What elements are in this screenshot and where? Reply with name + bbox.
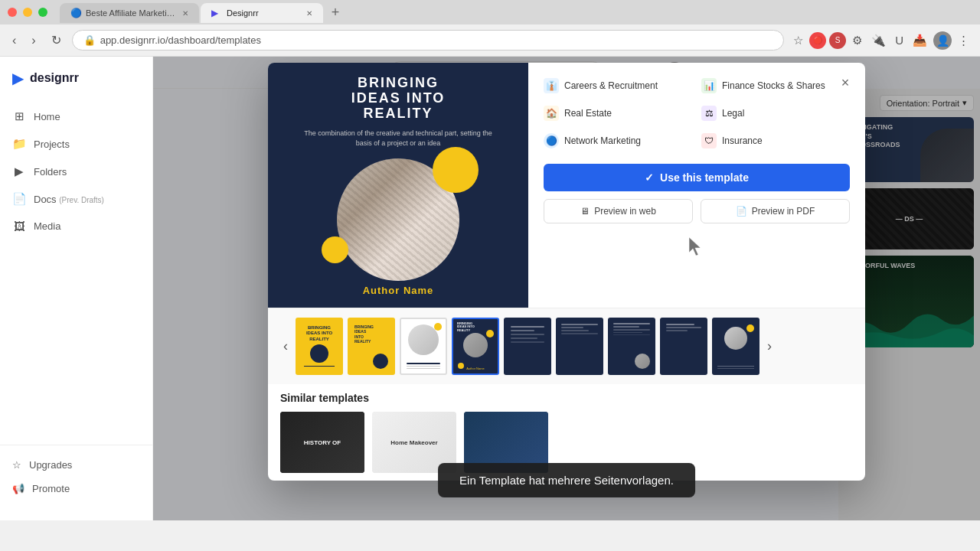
cursor-svg	[685, 236, 708, 259]
category-careers[interactable]: 👔 Careers & Recruitment	[544, 75, 692, 96]
category-network-marketing[interactable]: 🔵 Network Marketing	[544, 130, 692, 152]
template-preview-inner: BRINGINGIDEAS INTOREALITY The combinatio…	[287, 67, 509, 304]
sidebar-item-projects-label: Projects	[34, 139, 70, 150]
template-author-name: Author Name	[363, 285, 434, 304]
tab-2-label: Designrr	[227, 8, 259, 18]
tab-1-close[interactable]: ✕	[182, 9, 188, 18]
upgrades-icon: ☆	[12, 459, 21, 471]
preview-web-label: Preview in web	[594, 206, 656, 217]
sidebar-item-home-label: Home	[34, 111, 60, 122]
category-finance[interactable]: 📊 Finance Stocks & Shares	[701, 75, 850, 96]
thumbnail-3[interactable]	[400, 318, 447, 375]
preview-pdf-label: Preview in PDF	[752, 206, 815, 217]
home-icon: ⊞	[12, 109, 26, 123]
browser-window-controls	[8, 8, 47, 17]
sidebar-item-upgrades-label: Upgrades	[29, 459, 72, 471]
template-main-title: BRINGINGIDEAS INTOREALITY	[336, 67, 461, 121]
category-insurance[interactable]: 🛡 Insurance	[701, 130, 850, 152]
yellow-circle-top-right	[433, 147, 479, 193]
browser-forward-btn[interactable]: ›	[27, 31, 40, 51]
browser-refresh-btn[interactable]: ↻	[47, 30, 66, 51]
sidebar-item-docs[interactable]: 📄 Docs (Prev. Drafts)	[0, 185, 152, 213]
template-modal: × BRINGINGIDEAS INTOREALITY The combinat…	[268, 63, 865, 481]
legal-label: Legal	[722, 108, 744, 119]
thumbnail-1[interactable]: BRINGINGIDEAS INTOREALITY	[296, 318, 343, 375]
extension-btn-3[interactable]: U	[892, 31, 906, 50]
extension-btn-4[interactable]: 📥	[910, 31, 930, 51]
browser-close-btn[interactable]	[8, 8, 17, 17]
thumbnails-container: ‹ BRINGINGIDEAS INTOREALITY	[280, 318, 853, 375]
insurance-icon: 🛡	[701, 133, 717, 148]
category-legal[interactable]: ⚖ Legal	[701, 103, 850, 124]
browser-back-btn[interactable]: ‹	[8, 31, 21, 51]
real-estate-label: Real Estate	[564, 108, 612, 119]
network-marketing-label: Network Marketing	[564, 135, 641, 146]
svg-marker-0	[689, 237, 701, 256]
legal-icon: ⚖	[701, 106, 717, 121]
careers-icon: 👔	[544, 78, 559, 93]
profile-circle-1[interactable]: 🔴	[809, 32, 826, 49]
thumbnail-8[interactable]	[660, 318, 707, 375]
checkmark-icon: ✓	[645, 171, 654, 184]
sidebar-item-folders-label: Folders	[34, 166, 67, 178]
sidebar-item-upgrades[interactable]: ☆ Upgrades	[0, 453, 152, 477]
browser-tabs: 🔵 Beste Affiliate Marketing Kurs... ✕ ▶ …	[54, 2, 972, 23]
user-avatar-btn[interactable]: 👤	[933, 31, 952, 50]
yellow-circle-bottom-left	[322, 236, 348, 263]
menu-btn[interactable]: ⋮	[955, 31, 972, 51]
toast-text: Ein Template hat mehrere Seitenvorlagen.	[459, 474, 674, 487]
extension-btn-2[interactable]: 🔌	[868, 31, 889, 51]
address-bar[interactable]: 🔒 app.designrr.io/dashboard/templates	[72, 30, 785, 51]
sidebar-item-media[interactable]: 🖼 Media	[0, 213, 152, 240]
tab-1-icon: 🔵	[70, 8, 81, 18]
extension-btn-1[interactable]: ⚙	[849, 31, 865, 51]
thumbnail-6[interactable]	[556, 318, 603, 375]
bookmark-btn[interactable]: ☆	[790, 31, 806, 51]
sidebar-item-home[interactable]: ⊞ Home	[0, 103, 152, 130]
modal-overlay[interactable]: × BRINGINGIDEAS INTOREALITY The combinat…	[153, 57, 980, 520]
use-template-button[interactable]: ✓ Use this template	[544, 164, 850, 191]
logo-text: designrr	[30, 71, 79, 85]
browser-tab-1[interactable]: 🔵 Beste Affiliate Marketing Kurs... ✕	[60, 3, 199, 23]
modal-close-button[interactable]: ×	[835, 72, 856, 93]
pdf-preview-icon: 📄	[736, 206, 747, 217]
browser-tab-2[interactable]: ▶ Designrr ✕	[201, 3, 323, 23]
thumb-prev-btn[interactable]: ‹	[280, 335, 291, 357]
template-actions: ✓ Use this template 🖥 Preview in web 📄	[544, 164, 850, 261]
categories-grid: 👔 Careers & Recruitment 📊 Finance Stocks…	[544, 75, 850, 152]
similar-card-1[interactable]: HISTORY OF	[280, 412, 364, 473]
similar-templates-title: Similar templates	[280, 392, 853, 404]
thumbnail-4[interactable]: BRINGINGIDEAS INTOREALITY Author Name	[452, 318, 499, 375]
sidebar-bottom: ☆ Upgrades 📢 Promote	[0, 445, 152, 508]
tab-2-close[interactable]: ✕	[306, 9, 312, 18]
category-real-estate[interactable]: 🏠 Real Estate	[544, 103, 692, 124]
sidebar: ▶ designrr ⊞ Home 📁 Projects ▶ Folders 📄…	[0, 57, 153, 520]
template-preview-area: BRINGINGIDEAS INTOREALITY The combinatio…	[268, 63, 528, 308]
browser-maximize-btn[interactable]	[38, 8, 47, 17]
address-text: app.designrr.io/dashboard/templates	[100, 34, 261, 46]
preview-pdf-button[interactable]: 📄 Preview in PDF	[701, 199, 850, 223]
template-info-panel: 👔 Careers & Recruitment 📊 Finance Stocks…	[528, 63, 865, 308]
preview-web-button[interactable]: 🖥 Preview in web	[544, 199, 693, 223]
insurance-label: Insurance	[722, 135, 763, 146]
browser-minimize-btn[interactable]	[23, 8, 32, 17]
sidebar-item-promote[interactable]: 📢 Promote	[0, 477, 152, 500]
thumbnail-2[interactable]: BRINGINGIDEASINTOREALITY	[348, 318, 395, 375]
thumbnail-strip: ‹ BRINGINGIDEAS INTOREALITY	[268, 308, 865, 384]
sidebar-item-folders[interactable]: ▶ Folders	[0, 158, 152, 185]
toast-notification: Ein Template hat mehrere Seitenvorlagen.	[438, 463, 695, 497]
thumbnail-5[interactable]	[504, 318, 551, 375]
thumb-next-btn[interactable]: ›	[764, 335, 775, 357]
browser-chrome: 🔵 Beste Affiliate Marketing Kurs... ✕ ▶ …	[0, 0, 980, 57]
thumbnail-7[interactable]	[608, 318, 655, 375]
thumbnail-9[interactable]	[712, 318, 760, 375]
finance-label: Finance Stocks & Shares	[722, 80, 825, 91]
sidebar-item-docs-label: Docs (Prev. Drafts)	[34, 194, 104, 205]
sidebar-item-promote-label: Promote	[32, 483, 70, 494]
profile-circle-2[interactable]: S	[829, 32, 846, 49]
folders-icon: ▶	[12, 165, 26, 178]
projects-icon: 📁	[12, 137, 26, 151]
sidebar-item-projects[interactable]: 📁 Projects	[0, 130, 152, 158]
new-tab-button[interactable]: +	[325, 2, 346, 23]
careers-label: Careers & Recruitment	[564, 80, 658, 91]
